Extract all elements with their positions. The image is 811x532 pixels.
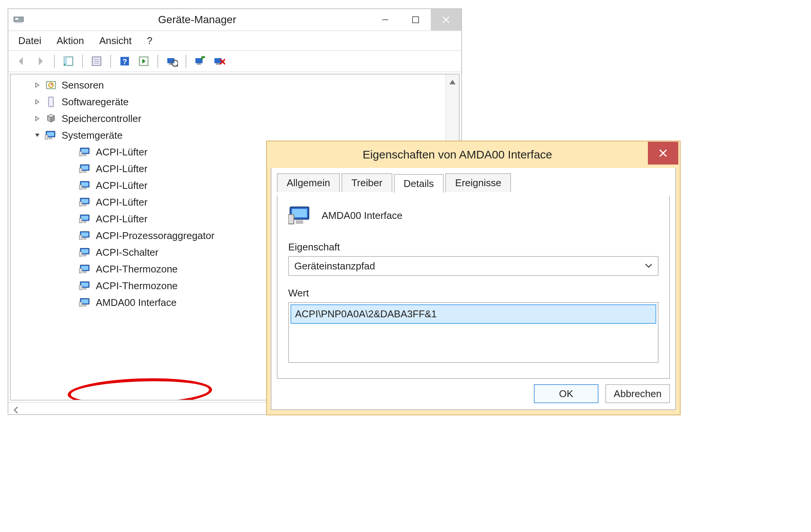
- svg-rect-60: [83, 271, 86, 273]
- dialog-buttons: OK Abbrechen: [271, 384, 675, 409]
- disable-device-button[interactable]: [211, 54, 227, 69]
- tab-driver[interactable]: Treiber: [341, 173, 392, 192]
- tree-label: Systemgeräte: [62, 130, 122, 141]
- tree-node-storage[interactable]: Speichercontroller: [11, 110, 459, 127]
- tree-node-software[interactable]: Softwaregeräte: [11, 93, 459, 110]
- scan-hardware-button[interactable]: [164, 54, 179, 69]
- dialog-titlebar[interactable]: Eigenschaften von AMDA00 Interface: [267, 141, 680, 168]
- value-listbox[interactable]: ACPI\PNP0A0A\2&DABA3FF&1: [288, 302, 659, 363]
- tab-strip: Allgemein Treiber Details Ereignisse: [271, 168, 675, 192]
- tree-label: ACPI-Lüfter: [96, 146, 148, 158]
- enable-device-button[interactable]: [192, 54, 208, 69]
- ok-button[interactable]: OK: [534, 384, 598, 403]
- menu-file[interactable]: Datei: [18, 35, 41, 47]
- tree-label: Sensoren: [62, 79, 104, 91]
- highlight-circle: [67, 376, 213, 401]
- minimize-button[interactable]: [370, 9, 400, 30]
- svg-rect-29: [45, 135, 48, 139]
- tree-label: AMDA00 Interface: [96, 297, 176, 309]
- svg-rect-61: [79, 269, 82, 273]
- svg-rect-64: [83, 288, 86, 290]
- storage-icon: [45, 113, 57, 124]
- app-icon: [13, 14, 24, 25]
- computer-icon: [288, 205, 313, 226]
- help-button[interactable]: ?: [117, 54, 132, 69]
- tree-label: ACPI-Lüfter: [96, 180, 148, 192]
- svg-rect-56: [83, 255, 86, 256]
- value-label: Wert: [288, 287, 659, 299]
- dropdown-value: Geräteinstanzpfad: [294, 260, 375, 272]
- toolbar-separator: [157, 55, 158, 68]
- tree-label: ACPI-Lüfter: [96, 196, 148, 208]
- tree-label: ACPI-Thermozone: [96, 263, 178, 275]
- titlebar[interactable]: Geräte-Manager: [8, 9, 461, 31]
- tab-details[interactable]: Details: [394, 174, 444, 193]
- svg-rect-57: [79, 252, 82, 256]
- computer-icon: [79, 230, 91, 241]
- tree-node-sensors[interactable]: Sensoren: [11, 77, 459, 93]
- window-title: Geräte-Manager: [24, 14, 370, 26]
- show-hide-tree-button[interactable]: [61, 54, 76, 69]
- device-header: AMDA00 Interface: [288, 205, 659, 226]
- svg-rect-19: [197, 63, 201, 65]
- software-icon: [45, 97, 57, 107]
- collapse-icon[interactable]: [33, 131, 41, 139]
- action-button[interactable]: [136, 54, 151, 69]
- svg-rect-48: [83, 221, 86, 223]
- computer-icon: [79, 297, 91, 308]
- maximize-button[interactable]: [400, 9, 431, 30]
- value-item[interactable]: ACPI\PNP0A0A\2&DABA3FF&1: [290, 304, 656, 324]
- computer-icon: [79, 264, 91, 274]
- svg-rect-65: [79, 285, 82, 290]
- svg-rect-36: [83, 171, 86, 173]
- tree-label: ACPI-Lüfter: [96, 163, 148, 175]
- svg-rect-49: [79, 218, 82, 223]
- tree-label: ACPI-Prozessoraggregator: [96, 230, 214, 242]
- computer-icon: [79, 147, 91, 157]
- svg-rect-37: [79, 168, 82, 173]
- svg-line-17: [177, 65, 178, 67]
- back-button[interactable]: [14, 54, 29, 69]
- svg-rect-52: [83, 238, 86, 240]
- svg-rect-68: [83, 305, 86, 307]
- svg-rect-53: [79, 235, 82, 240]
- menu-view[interactable]: Ansicht: [99, 35, 132, 47]
- tree-label: ACPI-Schalter: [96, 247, 159, 258]
- tree-label: ACPI-Thermozone: [96, 280, 178, 292]
- property-dropdown[interactable]: Geräteinstanzpfad: [288, 256, 659, 276]
- toolbar-separator: [82, 55, 83, 68]
- svg-rect-3: [382, 19, 388, 20]
- svg-rect-69: [79, 302, 82, 307]
- menubar: Datei Aktion Ansicht ?: [8, 31, 461, 51]
- toolbar-separator: [186, 55, 186, 68]
- computer-icon: [79, 180, 91, 191]
- tree-label: Speichercontroller: [62, 113, 141, 125]
- computer-icon: [79, 214, 91, 224]
- expand-icon[interactable]: [33, 98, 41, 106]
- close-button[interactable]: [431, 9, 461, 30]
- properties-dialog: Eigenschaften von AMDA00 Interface Allge…: [266, 141, 681, 415]
- properties-button[interactable]: [89, 54, 104, 69]
- svg-rect-21: [216, 63, 220, 65]
- expand-icon[interactable]: [33, 81, 41, 89]
- property-label: Eigenschaft: [288, 241, 659, 253]
- forward-button[interactable]: [33, 54, 48, 69]
- svg-rect-44: [83, 204, 86, 206]
- svg-rect-73: [288, 215, 294, 224]
- expand-icon[interactable]: [33, 115, 41, 122]
- sensor-icon: [45, 80, 57, 90]
- close-button[interactable]: [648, 142, 678, 165]
- svg-rect-45: [79, 202, 82, 206]
- tab-general[interactable]: Allgemein: [277, 173, 340, 192]
- svg-text:?: ?: [122, 57, 127, 66]
- svg-rect-28: [49, 138, 52, 139]
- menu-action[interactable]: Aktion: [57, 35, 84, 47]
- tab-events[interactable]: Ereignisse: [445, 173, 511, 192]
- cancel-button[interactable]: Abbrechen: [605, 384, 670, 403]
- menu-help[interactable]: ?: [147, 35, 152, 47]
- svg-rect-4: [413, 17, 419, 23]
- svg-rect-40: [83, 188, 86, 190]
- computer-icon: [79, 280, 91, 291]
- svg-rect-32: [83, 154, 86, 156]
- toolbar-separator: [54, 55, 55, 68]
